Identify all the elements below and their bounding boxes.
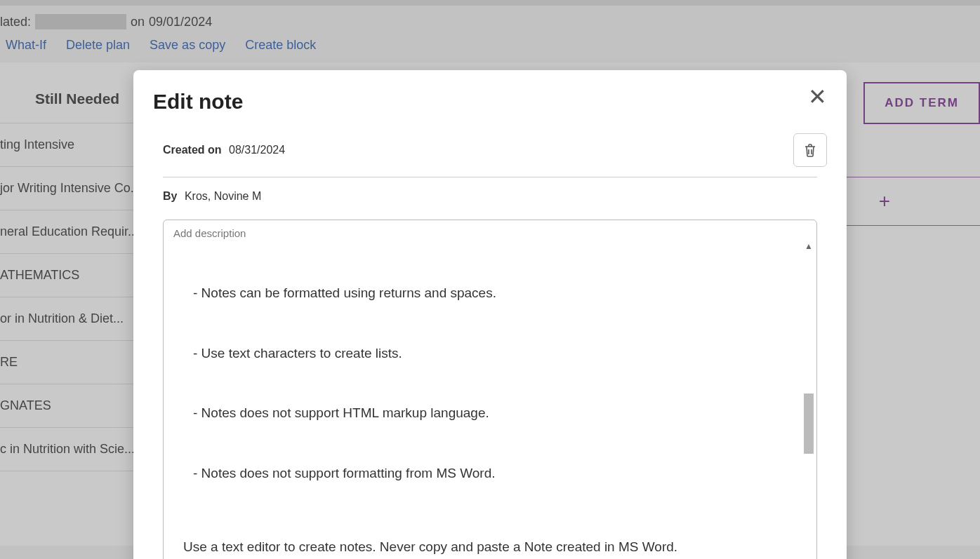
scroll-thumb[interactable]	[804, 393, 814, 454]
note-line: Use a text editor to create notes. Never…	[183, 537, 807, 558]
divider	[163, 177, 817, 177]
textarea-scrollbar[interactable]: ▲ ▼	[802, 241, 815, 559]
description-field[interactable]: Add description - Notes can be formatted…	[163, 220, 817, 559]
by-row: By Kros, Novine M	[153, 190, 827, 203]
edit-note-modal: Edit note ✕ Created on 08/31/2024 By Kro…	[133, 70, 847, 559]
description-textarea[interactable]: - Notes can be formatted using returns a…	[173, 243, 807, 559]
created-label: Created on	[163, 144, 222, 156]
close-icon: ✕	[808, 84, 827, 109]
modal-overlay: Edit note ✕ Created on 08/31/2024 By Kro…	[0, 0, 980, 559]
note-line: - Notes can be formatted using returns a…	[183, 283, 807, 304]
modal-title: Edit note	[153, 90, 827, 114]
created-row: Created on 08/31/2024	[153, 133, 827, 167]
delete-note-button[interactable]	[793, 133, 827, 167]
note-line: - Use text characters to create lists.	[183, 344, 807, 364]
description-label: Add description	[173, 227, 807, 239]
created-date: 08/31/2024	[229, 144, 285, 156]
by-label: By	[163, 190, 177, 202]
note-line: - Notes does not support formatting from…	[183, 464, 807, 484]
close-button[interactable]: ✕	[808, 86, 827, 108]
trash-icon	[803, 142, 817, 158]
by-name: Kros, Novine M	[185, 190, 261, 202]
created-on-text: Created on 08/31/2024	[163, 144, 285, 156]
scroll-up-icon[interactable]: ▲	[802, 241, 815, 251]
note-line: - Notes does not support HTML markup lan…	[183, 403, 807, 424]
